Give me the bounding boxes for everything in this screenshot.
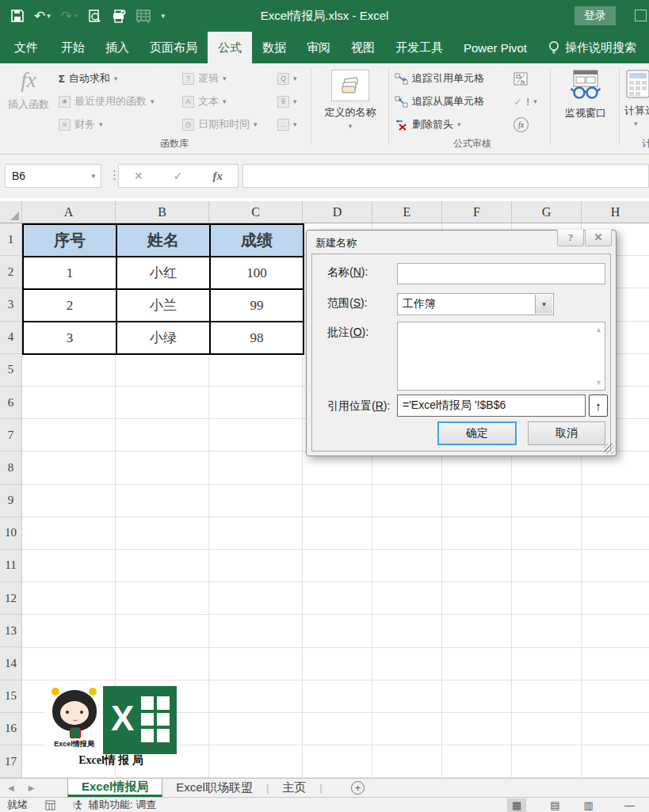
- row-header-8[interactable]: 8: [0, 452, 21, 484]
- formula-input[interactable]: [242, 164, 649, 188]
- cell-b2[interactable]: 小红: [116, 257, 210, 289]
- scope-dropdown-icon[interactable]: ▾: [535, 295, 552, 314]
- row-header-17[interactable]: 17: [0, 745, 21, 778]
- sheet-tab-zhuye[interactable]: 主页: [269, 779, 319, 797]
- select-all-corner[interactable]: [0, 201, 22, 223]
- cell-a3[interactable]: 2: [23, 289, 116, 322]
- row-header-1[interactable]: 1: [0, 223, 21, 256]
- cell-a4[interactable]: 3: [23, 322, 116, 354]
- row-header-7[interactable]: 7: [0, 419, 21, 452]
- dialog-close-button[interactable]: ✕: [585, 230, 612, 246]
- name-box-caret-icon[interactable]: ▾: [91, 172, 101, 180]
- insert-function-icon[interactable]: fx: [212, 170, 223, 183]
- define-name-caret-icon[interactable]: ▾: [315, 122, 385, 130]
- sheet-tab-excel-qingbaoju[interactable]: Excel情报局: [67, 779, 162, 797]
- row-header-2[interactable]: 2: [0, 256, 21, 288]
- row-header-4[interactable]: 4: [0, 322, 21, 354]
- cell-a1[interactable]: 序号: [23, 224, 116, 257]
- define-name-button[interactable]: 定义的名称 ▾: [315, 70, 385, 130]
- comment-textarea[interactable]: ▲ ▼: [397, 322, 605, 391]
- row-header-6[interactable]: 6: [0, 387, 21, 419]
- cell-b1[interactable]: 姓名: [116, 224, 210, 257]
- tab-file[interactable]: 文件: [2, 32, 51, 63]
- page-layout-view-icon[interactable]: ▤: [550, 799, 559, 811]
- calculation-caret-icon[interactable]: ▾: [634, 120, 649, 128]
- column-header-a[interactable]: A: [22, 201, 116, 223]
- tab-formulas[interactable]: 公式: [208, 32, 252, 63]
- cell-b3[interactable]: 小兰: [116, 289, 210, 322]
- save-icon[interactable]: [11, 10, 24, 22]
- qat-customize-icon[interactable]: ▾: [162, 12, 166, 20]
- column-header-c[interactable]: C: [209, 201, 303, 223]
- page-break-view-icon[interactable]: ▥: [584, 799, 594, 811]
- undo-button[interactable]: ↶▾: [34, 10, 51, 23]
- remove-arrows-button[interactable]: 删除箭头 ▾: [395, 115, 461, 134]
- sign-in-button[interactable]: 登录: [575, 6, 616, 25]
- row-header-13[interactable]: 13: [0, 615, 21, 647]
- ribbon-options-icon[interactable]: [635, 10, 647, 21]
- tab-developer[interactable]: 开发工具: [385, 32, 453, 63]
- row-header-10[interactable]: 10: [0, 517, 21, 550]
- row-header-15[interactable]: 15: [0, 680, 21, 713]
- column-header-h[interactable]: H: [582, 201, 649, 223]
- dialog-help-button[interactable]: ?: [557, 230, 584, 246]
- quick-print-icon[interactable]: [112, 10, 126, 23]
- resize-grip[interactable]: [604, 444, 614, 454]
- cell-c2[interactable]: 100: [210, 257, 304, 289]
- column-header-e[interactable]: E: [372, 201, 442, 223]
- column-header-b[interactable]: B: [116, 201, 209, 223]
- column-header-g[interactable]: G: [512, 201, 582, 223]
- tab-view[interactable]: 视图: [341, 32, 385, 63]
- row-header-14[interactable]: 14: [0, 647, 21, 680]
- row-header-9[interactable]: 9: [0, 485, 21, 517]
- name-field[interactable]: [397, 263, 605, 284]
- cancel-button[interactable]: 取消: [528, 421, 605, 445]
- tab-review[interactable]: 审阅: [296, 32, 341, 63]
- sheet-nav-left-icon[interactable]: ◀: [8, 783, 14, 792]
- refers-to-field[interactable]: ='Excel情报局 '!$B$6: [397, 395, 586, 417]
- tab-insert[interactable]: 插入: [95, 32, 139, 63]
- name-box[interactable]: B6 ▾: [5, 164, 101, 188]
- autosum-button[interactable]: Σ 自动求和 ▾: [59, 69, 117, 88]
- row-header-11[interactable]: 11: [0, 550, 21, 582]
- ok-button[interactable]: 确定: [437, 421, 517, 445]
- column-header-d[interactable]: D: [303, 201, 372, 223]
- evaluate-formula-icon[interactable]: fx: [513, 115, 529, 134]
- show-formulas-icon[interactable]: 15fx: [513, 69, 528, 88]
- cell-c4[interactable]: 98: [210, 322, 304, 354]
- normal-view-icon[interactable]: ▦: [507, 799, 526, 812]
- name-box-value[interactable]: B6: [6, 170, 91, 182]
- autosum-caret-icon[interactable]: ▾: [114, 74, 118, 82]
- row-header-5[interactable]: 5: [0, 354, 21, 387]
- macro-record-icon[interactable]: [45, 800, 55, 810]
- calculation-options-button[interactable]: 计算选项 ▾: [624, 70, 649, 128]
- scroll-down-icon[interactable]: ▼: [595, 379, 602, 387]
- row-header-16[interactable]: 16: [0, 713, 21, 745]
- tab-data[interactable]: 数据: [252, 32, 296, 63]
- column-header-f[interactable]: F: [442, 201, 512, 223]
- scope-select[interactable]: 工作簿 ▾: [397, 293, 554, 315]
- tab-home[interactable]: 开始: [51, 32, 95, 63]
- cell-c3[interactable]: 99: [210, 289, 304, 322]
- row-header-12[interactable]: 12: [0, 582, 21, 615]
- trace-dependents-button[interactable]: 追踪从属单元格: [395, 92, 484, 111]
- tell-me-box[interactable]: 操作说明搜索: [537, 32, 636, 63]
- zoom-out-icon[interactable]: —: [624, 798, 635, 812]
- cell-a2[interactable]: 1: [23, 257, 116, 289]
- sheet-tab-zhichang-lianmeng[interactable]: Excel职场联盟: [162, 779, 266, 797]
- undo-caret-icon[interactable]: ▾: [47, 12, 51, 20]
- watch-window-button[interactable]: 监视窗口: [555, 70, 617, 120]
- tab-page-layout[interactable]: 页面布局: [139, 32, 208, 63]
- collapse-dialog-icon[interactable]: ↑: [589, 395, 608, 417]
- cell-b4[interactable]: 小绿: [116, 322, 210, 354]
- remove-arrows-caret-icon[interactable]: ▾: [457, 120, 461, 128]
- sheet-nav-right-icon[interactable]: ▶: [29, 783, 35, 792]
- row-header-3[interactable]: 3: [0, 288, 21, 321]
- print-preview-icon[interactable]: [88, 10, 101, 23]
- scroll-up-icon[interactable]: ▲: [595, 326, 602, 334]
- new-sheet-button[interactable]: +: [351, 781, 365, 795]
- accessibility-icon[interactable]: [73, 799, 85, 810]
- tab-power-pivot[interactable]: Power Pivot: [453, 32, 537, 63]
- trace-precedents-button[interactable]: 追踪引用单元格: [395, 69, 484, 88]
- cell-c1[interactable]: 成绩: [210, 224, 304, 257]
